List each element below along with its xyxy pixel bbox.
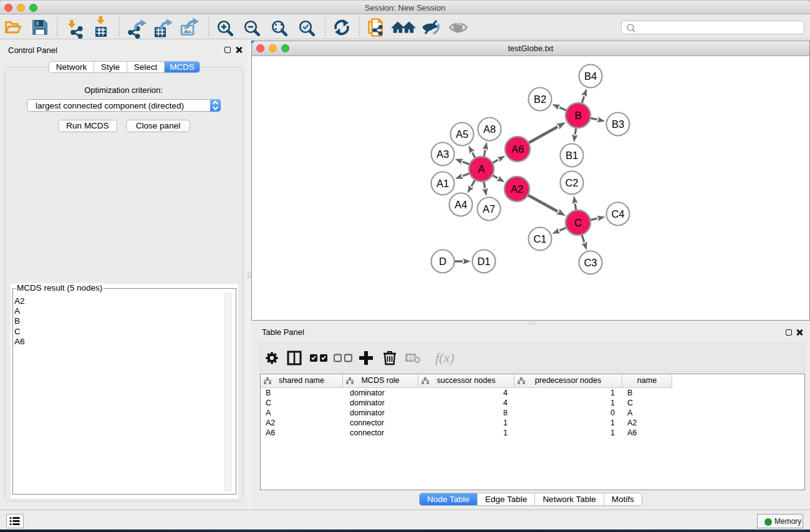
svg-text:A8: A8 (483, 123, 496, 135)
svg-text:B2: B2 (534, 94, 546, 105)
svg-text:C2: C2 (565, 177, 578, 188)
svg-text:C: C (574, 217, 582, 228)
svg-text:A3: A3 (436, 148, 449, 160)
svg-text:C1: C1 (533, 233, 546, 244)
svg-text:B3: B3 (612, 118, 624, 130)
svg-text:C3: C3 (584, 257, 597, 268)
svg-text:D1: D1 (477, 256, 490, 267)
svg-text:B: B (574, 110, 581, 121)
svg-text:A6: A6 (511, 143, 524, 155)
svg-text:A1: A1 (436, 178, 449, 189)
svg-text:A: A (478, 163, 485, 175)
svg-text:f(x): f(x) (435, 350, 455, 365)
svg-text:D: D (439, 256, 446, 267)
svg-text:B4: B4 (584, 70, 597, 82)
svg-text:B1: B1 (566, 150, 578, 161)
svg-text:A7: A7 (483, 203, 495, 215)
svg-text:A2: A2 (511, 183, 523, 195)
svg-text:C4: C4 (611, 208, 624, 220)
svg-text:A4: A4 (455, 199, 467, 210)
svg-text:A5: A5 (456, 128, 468, 140)
